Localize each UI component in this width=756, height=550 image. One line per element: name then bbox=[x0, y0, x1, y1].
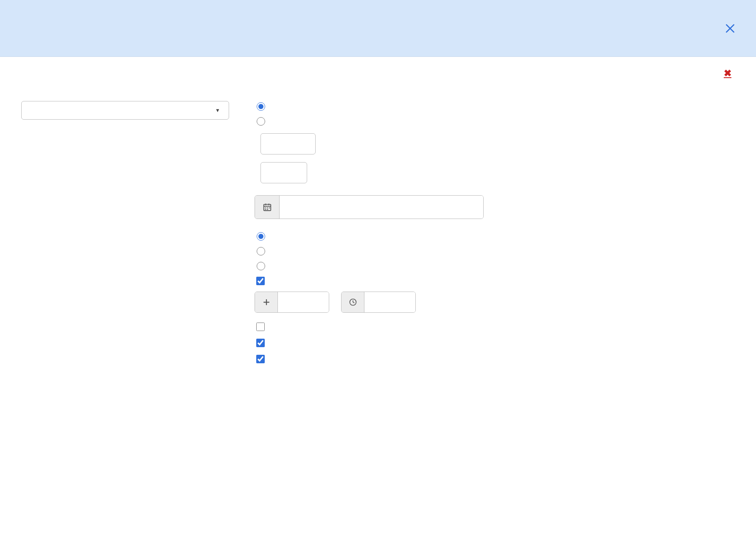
mode-week-radio[interactable] bbox=[257, 117, 265, 126]
clock-icon[interactable] bbox=[342, 292, 364, 312]
dialog-header bbox=[0, 0, 756, 57]
which-day-input[interactable] bbox=[260, 133, 316, 154]
copy-desc-checkbox[interactable] bbox=[256, 339, 265, 347]
frequency-select[interactable]: ▼ bbox=[21, 101, 229, 120]
close-button[interactable] bbox=[725, 23, 736, 34]
stop-ends-radio[interactable] bbox=[257, 262, 265, 270]
due-time-group bbox=[341, 292, 416, 313]
svg-rect-8 bbox=[265, 209, 266, 210]
due-days-group bbox=[255, 292, 329, 313]
remember-list-checkbox[interactable] bbox=[256, 355, 265, 363]
svg-rect-9 bbox=[267, 209, 268, 210]
cancel-repeated-link[interactable]: ✖ bbox=[724, 68, 735, 79]
svg-line-15 bbox=[353, 302, 354, 303]
with-due-checkbox[interactable] bbox=[256, 277, 265, 285]
due-time-input[interactable] bbox=[364, 292, 415, 312]
calendar-icon bbox=[255, 196, 280, 219]
due-days-input[interactable] bbox=[278, 292, 329, 312]
start-date-picker[interactable] bbox=[255, 195, 484, 219]
close-icon bbox=[725, 23, 736, 34]
chevron-down-icon: ▼ bbox=[215, 107, 220, 113]
stop-after-radio[interactable] bbox=[257, 247, 265, 255]
plus-icon[interactable] bbox=[255, 292, 278, 312]
svg-rect-7 bbox=[267, 208, 268, 208]
start-date-input[interactable] bbox=[280, 196, 483, 219]
restore-checkbox[interactable] bbox=[256, 323, 265, 331]
mode-day-radio[interactable] bbox=[257, 102, 265, 111]
dialog-body: ✖ ▼ bbox=[0, 57, 756, 391]
stop-never-radio[interactable] bbox=[257, 232, 265, 241]
every-months-input[interactable] bbox=[260, 162, 307, 183]
cancel-icon: ✖ bbox=[724, 68, 731, 79]
svg-rect-6 bbox=[265, 208, 266, 208]
svg-rect-10 bbox=[269, 208, 270, 208]
